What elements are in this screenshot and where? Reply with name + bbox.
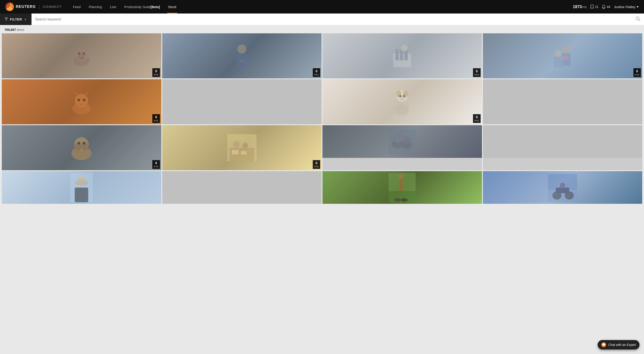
- filter-bar: FILTER ›: [0, 14, 644, 25]
- image-teen: [162, 33, 322, 78]
- svg-point-51: [233, 141, 240, 148]
- image-blank4: [162, 171, 322, 204]
- svg-point-14: [238, 45, 246, 54]
- user-menu[interactable]: Justine Flatley ▾: [614, 5, 638, 9]
- svg-point-75: [560, 183, 565, 188]
- image-cats2: [322, 125, 482, 158]
- pts-tag-3: 0 PTS: [473, 68, 480, 77]
- header-icons: 11 44: [590, 5, 610, 9]
- grid-item-16[interactable]: [483, 171, 642, 204]
- nav-planning[interactable]: Planning: [84, 0, 106, 14]
- grid-item-10[interactable]: 0 PTS: [162, 125, 322, 170]
- filter-label: FILTER: [10, 18, 22, 21]
- header-right: 1873 PTS 11 44 Justine Flatley ▾: [573, 5, 638, 9]
- svg-rect-16: [240, 60, 244, 62]
- svg-point-11: [78, 52, 80, 55]
- pts-badge: 1873 PTS: [573, 5, 586, 9]
- image-blank1: [162, 79, 322, 124]
- svg-point-12: [82, 52, 85, 55]
- grid-item-5[interactable]: 0 PTS: [2, 79, 161, 124]
- svg-point-33: [80, 101, 83, 103]
- pts-tag-10: 0 PTS: [313, 160, 320, 169]
- svg-point-13: [79, 57, 84, 60]
- svg-point-38: [399, 95, 402, 97]
- svg-point-63: [76, 179, 87, 183]
- bookmarks-icon[interactable]: 11: [590, 5, 598, 9]
- svg-point-23: [555, 51, 561, 57]
- grid-item-15[interactable]: [322, 171, 482, 204]
- grid-item-4[interactable]: 0 PTS: [483, 33, 642, 78]
- svg-point-34: [395, 104, 409, 115]
- image-bar: [162, 125, 322, 170]
- svg-rect-25: [554, 57, 562, 67]
- image-jackrussel: [322, 79, 482, 124]
- grid-item-13[interactable]: [2, 171, 161, 204]
- svg-point-69: [401, 198, 408, 202]
- grid-item-3[interactable]: 0 PTS: [322, 33, 482, 78]
- grid-item-6[interactable]: [162, 79, 322, 124]
- bookmarks-count: 11: [595, 5, 598, 9]
- pts-tag-4: 0 PTS: [634, 68, 641, 77]
- chat-icon: [601, 342, 606, 347]
- image-retriever: [2, 125, 161, 170]
- svg-point-67: [398, 174, 404, 179]
- chat-widget[interactable]: Chat with an Expert: [598, 340, 640, 349]
- svg-point-39: [403, 95, 405, 97]
- svg-point-32: [83, 99, 86, 101]
- nav-feed[interactable]: Feed: [69, 0, 84, 14]
- logo-icon: [6, 3, 14, 11]
- svg-point-21: [401, 45, 408, 51]
- svg-rect-18: [395, 49, 399, 60]
- nav-productivity[interactable]: Productivity Suite [Beta]: [120, 0, 164, 14]
- svg-point-40: [400, 97, 404, 100]
- grid-item-2[interactable]: 0 PTS: [162, 33, 322, 78]
- user-dropdown-icon: ▾: [637, 5, 638, 9]
- search-input[interactable]: [35, 17, 640, 22]
- search-icon[interactable]: [636, 16, 640, 23]
- image-reading: [483, 33, 642, 78]
- pts-tag-1: 0 PTS: [152, 68, 160, 77]
- grid-item-1[interactable]: 0 PTS: [2, 33, 161, 78]
- svg-rect-62: [75, 188, 88, 202]
- image-blank3: [483, 125, 642, 158]
- image-lab: [322, 33, 482, 78]
- logo-connect-text: CONNECT: [43, 5, 62, 9]
- nav-live[interactable]: Live: [106, 0, 120, 14]
- svg-point-2: [603, 8, 604, 9]
- svg-rect-26: [562, 56, 568, 60]
- items-count: 700,607 items: [0, 25, 644, 33]
- svg-point-52: [242, 143, 248, 148]
- grid-item-12[interactable]: [483, 125, 642, 170]
- svg-point-56: [393, 134, 402, 143]
- notifications-icon[interactable]: 44: [602, 5, 610, 9]
- svg-rect-66: [400, 177, 402, 191]
- logo-divider: |: [39, 5, 40, 9]
- svg-rect-49: [232, 150, 238, 154]
- image-blank2: [483, 79, 642, 124]
- image-cat: [2, 79, 161, 124]
- pts-tag-5: 0 PTS: [152, 114, 160, 123]
- grid-item-7[interactable]: 5 PTS: [322, 79, 482, 124]
- items-number: 700,607: [4, 28, 16, 32]
- image-grid: 0 PTS 0 PTS 0 PT: [0, 33, 644, 208]
- main-nav: Feed Planning Live Productivity Suite [B…: [69, 0, 573, 14]
- filter-icon: [4, 17, 8, 21]
- chat-label: Chat with an Expert: [608, 343, 636, 346]
- grid-item-11[interactable]: [322, 125, 482, 170]
- pts-number: 1873: [573, 5, 582, 9]
- grid-item-9[interactable]: 5 PTS: [2, 125, 161, 170]
- image-woman: [2, 171, 161, 204]
- logo[interactable]: REUTERS | CONNECT: [6, 3, 62, 11]
- filter-arrow: ›: [25, 17, 26, 22]
- grid-item-14[interactable]: [162, 171, 322, 204]
- pts-tag-9: 5 PTS: [152, 160, 160, 169]
- pts-tag-7: 5 PTS: [473, 114, 480, 123]
- filter-button[interactable]: FILTER ›: [0, 14, 32, 25]
- search-container: [32, 17, 644, 22]
- svg-line-7: [639, 19, 640, 21]
- svg-point-31: [78, 99, 80, 101]
- svg-point-1: [8, 6, 11, 8]
- grid-item-8[interactable]: [483, 79, 642, 124]
- header: REUTERS | CONNECT Feed Planning Live Pro…: [0, 0, 644, 14]
- nav-stock[interactable]: Stock: [164, 0, 181, 14]
